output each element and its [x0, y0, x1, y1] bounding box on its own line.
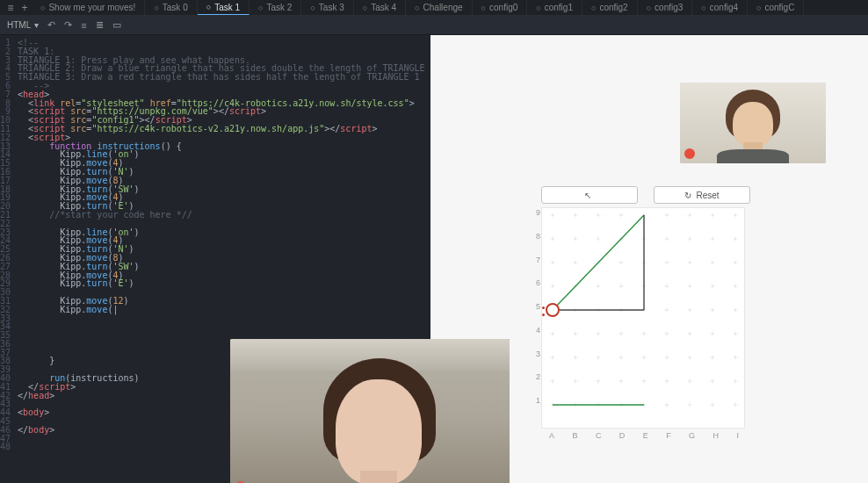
editor-toolbar: HTML ▾ ↶ ↷ ≡ ≣ ▭ [0, 16, 868, 35]
tab-dot-icon: ○ [415, 4, 419, 12]
tab-dot-icon: ○ [154, 4, 158, 12]
tab-dot-icon: ○ [756, 4, 761, 12]
new-tab-button[interactable]: + [18, 2, 32, 14]
reset-button[interactable]: ↻ Reset [654, 186, 750, 204]
grid-svg [542, 208, 744, 428]
tab-task-2[interactable]: ○Task 2 [250, 1, 301, 15]
tab-dot-icon: ○ [310, 4, 315, 12]
cursor-icon: ↖ [584, 191, 591, 200]
y-axis-labels: 987654321 [530, 208, 540, 405]
tab-dot-icon: ○ [591, 4, 596, 12]
reset-icon: ↻ [684, 191, 691, 200]
webcam-peer-badge [684, 148, 695, 159]
reset-label: Reset [696, 191, 719, 200]
tab-configc[interactable]: ○configC [748, 1, 804, 15]
preview-button[interactable]: ▭ [112, 19, 121, 31]
robot-controls: ↖ ↻ Reset [541, 186, 750, 204]
tab-dot-icon: ○ [647, 4, 651, 12]
webcam-peer [680, 83, 826, 163]
tab-config4[interactable]: ○config4 [692, 1, 748, 15]
tab-config1[interactable]: ○config1 [527, 1, 582, 15]
tab-config0[interactable]: ○config0 [473, 1, 528, 15]
tab-dot-icon: ○ [206, 3, 211, 11]
tab-bar: ≡ + ○Show me your moves!○Task 0○Task 1○T… [0, 0, 868, 16]
tab-task-4[interactable]: ○Task 4 [354, 1, 406, 15]
x-axis-labels: ABCDEFGHI [549, 431, 739, 440]
tab-config3[interactable]: ○config3 [638, 1, 693, 15]
run-button[interactable]: ↖ [541, 186, 638, 204]
language-select[interactable]: HTML ▾ [7, 20, 39, 30]
language-label: HTML [7, 20, 31, 30]
undo-button[interactable]: ↶ [47, 19, 55, 31]
tab-dot-icon: ○ [701, 4, 705, 12]
robot-marker [546, 303, 560, 317]
menu-button[interactable]: ≡ [4, 2, 18, 14]
line-number-gutter: 1 2 3 4 5 6 7 8 9 10 11 12 13 14 15 16 1… [0, 35, 14, 483]
tab-challenge[interactable]: ○Challenge [406, 1, 472, 15]
tab-show-me-your-moves-[interactable]: ○Show me your moves! [32, 1, 145, 15]
redo-button[interactable]: ↷ [64, 19, 72, 31]
tab-dot-icon: ○ [481, 4, 486, 12]
tidy-button[interactable]: ≣ [96, 19, 104, 31]
tab-task-3[interactable]: ○Task 3 [301, 1, 353, 15]
robot-canvas: 987654321 ABCDEFGHI [541, 207, 745, 429]
format-button[interactable]: ≡ [81, 20, 86, 31]
tab-dot-icon: ○ [363, 4, 367, 12]
editor-pane: 1 2 3 4 5 6 7 8 9 10 11 12 13 14 15 16 1… [0, 35, 430, 483]
tab-dot-icon: ○ [40, 4, 45, 12]
tab-dot-icon: ○ [536, 4, 540, 12]
tab-dot-icon: ○ [258, 4, 263, 12]
main-split: 1 2 3 4 5 6 7 8 9 10 11 12 13 14 15 16 1… [0, 35, 868, 483]
tab-task-1[interactable]: ○Task 1 [198, 1, 250, 15]
chevron-down-icon: ▾ [34, 20, 39, 30]
webcam-self: Em [230, 339, 510, 483]
tab-config2[interactable]: ○config2 [582, 1, 638, 15]
tab-task-0[interactable]: ○Task 0 [145, 1, 197, 15]
